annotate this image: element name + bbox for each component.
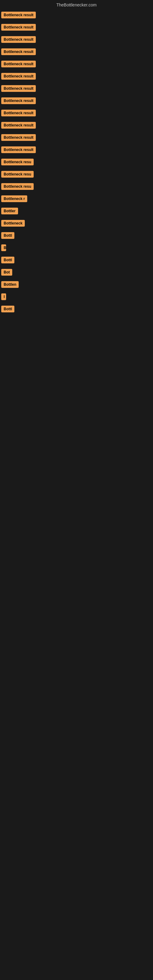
result-row: Bottleneck result	[0, 108, 153, 119]
bottleneck-result-badge[interactable]: Bottleneck r	[1, 196, 27, 202]
site-header: TheBottlenecker.com	[0, 0, 153, 9]
bottleneck-result-badge[interactable]: Bottlen	[1, 281, 19, 288]
bottleneck-result-badge[interactable]: Bottleneck result	[1, 48, 36, 55]
result-row: B	[0, 243, 153, 254]
result-row: Bottleneck result	[0, 133, 153, 143]
bottleneck-result-badge[interactable]: Bottl	[1, 257, 14, 263]
result-row: Bottler	[0, 207, 153, 217]
bottleneck-result-badge[interactable]: Bottleneck result	[1, 36, 36, 43]
bottleneck-result-badge[interactable]: Bottleneck result	[1, 73, 36, 80]
result-row: Bottleneck resu	[0, 170, 153, 180]
result-row: Bottl	[0, 255, 153, 266]
bottleneck-result-badge[interactable]: Bottleneck result	[1, 146, 36, 153]
result-row: I	[0, 292, 153, 302]
result-row: Bottlen	[0, 280, 153, 290]
bottleneck-result-badge[interactable]: Bottleneck result	[1, 122, 36, 129]
result-row: Bottl	[0, 231, 153, 241]
result-row: Bottleneck result	[0, 84, 153, 94]
bottleneck-result-badge[interactable]: Bottleneck result	[1, 85, 36, 92]
bottleneck-result-badge[interactable]: Bottleneck result	[1, 60, 36, 67]
result-row: Bottleneck result	[0, 23, 153, 33]
bottleneck-result-badge[interactable]: Bottleneck	[1, 220, 25, 227]
result-row: Bottleneck	[0, 219, 153, 229]
bottleneck-result-badge[interactable]: Bottleneck result	[1, 97, 36, 104]
bottleneck-result-badge[interactable]: B	[1, 244, 6, 251]
bottleneck-result-badge[interactable]: Bottler	[1, 208, 18, 215]
bottleneck-result-badge[interactable]: Bottleneck result	[1, 134, 36, 141]
result-row: Bot	[0, 268, 153, 278]
bottleneck-result-badge[interactable]: Bot	[1, 269, 12, 275]
results-container: Bottleneck resultBottleneck resultBottle…	[0, 10, 153, 315]
result-row: Bottleneck result	[0, 121, 153, 131]
bottleneck-result-badge[interactable]: Bottleneck resu	[1, 183, 33, 190]
result-row: Bottleneck result	[0, 96, 153, 107]
result-row: Bottleneck result	[0, 145, 153, 156]
bottleneck-result-badge[interactable]: Bottleneck result	[1, 24, 36, 30]
bottleneck-result-badge[interactable]: Bottleneck resu	[1, 171, 33, 178]
result-row: Bottleneck result	[0, 59, 153, 70]
result-row: Bottleneck result	[0, 47, 153, 57]
site-title: TheBottlenecker.com	[56, 2, 97, 7]
result-row: Bottleneck result	[0, 72, 153, 82]
bottleneck-result-badge[interactable]: Bottleneck result	[1, 110, 36, 116]
bottleneck-result-badge[interactable]: I	[1, 293, 6, 300]
bottleneck-result-badge[interactable]: Bottleneck result	[1, 12, 36, 18]
result-row: Bottl	[0, 304, 153, 315]
bottleneck-result-badge[interactable]: Bottleneck resu	[1, 159, 33, 165]
result-row: Bottleneck result	[0, 10, 153, 21]
result-row: Bottleneck resu	[0, 182, 153, 192]
result-row: Bottleneck result	[0, 35, 153, 45]
result-row: Bottleneck r	[0, 194, 153, 205]
bottleneck-result-badge[interactable]: Bottl	[1, 232, 14, 239]
result-row: Bottleneck resu	[0, 158, 153, 168]
bottleneck-result-badge[interactable]: Bottl	[1, 305, 14, 312]
